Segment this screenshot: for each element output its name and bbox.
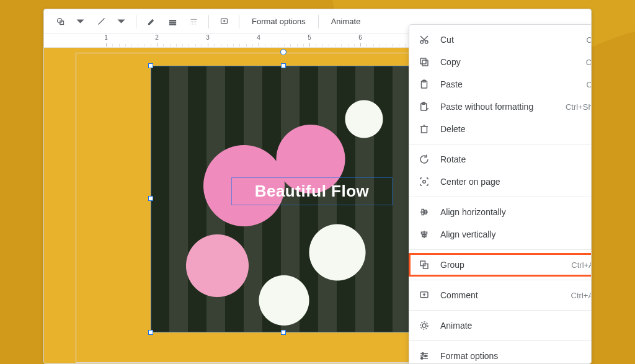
shape-tool-button[interactable]: [50, 13, 70, 30]
menu-item-delete[interactable]: Delete: [409, 118, 592, 140]
menu-item-align-vertically[interactable]: Align vertically: [409, 223, 592, 246]
group-icon: [418, 259, 430, 271]
menu-divider: [409, 280, 592, 280]
copy-icon: [418, 56, 430, 68]
menu-item-align-horizontally[interactable]: Align horizontally: [409, 201, 592, 223]
paste-icon: [418, 78, 430, 91]
edit-points-button[interactable]: [141, 13, 161, 30]
svg-rect-3: [169, 20, 175, 21]
align-h-icon: [418, 206, 430, 218]
svg-point-38: [422, 324, 426, 327]
menu-item-label: Align vertically: [440, 229, 592, 239]
menu-item-paste-without-formatting[interactable]: Paste without formattingCtrl+Shift+V: [409, 95, 592, 118]
menu-item-shortcut: Ctrl+Alt+G: [571, 260, 592, 270]
menu-item-label: Center on page: [440, 177, 592, 187]
ruler-tick: 1: [100, 34, 112, 41]
menu-item-label: Format options: [440, 351, 592, 361]
menu-item-center-on-page[interactable]: Center on page: [409, 171, 592, 193]
textbox-content: Beautiful Flow: [255, 182, 370, 201]
svg-rect-17: [420, 58, 426, 64]
menu-item-shortcut: Ctrl+Alt+M: [571, 291, 592, 300]
menu-item-shortcut: Ctrl+Shift+V: [566, 102, 592, 112]
menu-divider: [409, 340, 592, 341]
svg-rect-16: [422, 60, 428, 66]
menu-item-animate[interactable]: Animate: [409, 314, 592, 337]
align-v-icon: [418, 228, 430, 241]
rotate-icon: [418, 153, 430, 166]
menu-item-comment[interactable]: CommentCtrl+Alt+M: [409, 284, 592, 306]
svg-rect-5: [169, 24, 175, 25]
svg-point-26: [423, 180, 426, 184]
line-tool-dropdown-icon[interactable]: [111, 19, 131, 24]
menu-item-label: Align horizontally: [440, 207, 592, 217]
svg-point-39: [420, 322, 428, 329]
menu-item-shortcut: Ctrl+V: [587, 80, 592, 89]
rotate-handle[interactable]: [280, 49, 286, 55]
ruler-tick: 5: [303, 34, 316, 41]
svg-point-43: [422, 353, 424, 355]
border-weight-button[interactable]: [184, 13, 203, 30]
svg-rect-4: [169, 22, 175, 23]
shape-tool-dropdown-icon[interactable]: [70, 19, 90, 24]
ruler-tick: 3: [202, 34, 214, 41]
svg-rect-23: [422, 127, 427, 133]
format-options-button[interactable]: Format options: [244, 13, 313, 30]
menu-item-paste[interactable]: PasteCtrl+V: [409, 73, 592, 95]
svg-point-45: [421, 357, 423, 359]
menu-item-copy[interactable]: CopyCtrl+C: [409, 51, 592, 73]
menu-item-label: Group: [440, 260, 571, 270]
app-window: Format options Animate 123456 Beautiful …: [43, 9, 592, 364]
menu-item-label: Copy: [440, 57, 586, 67]
animate-icon: [418, 319, 430, 332]
menu-item-label: Animate: [440, 321, 592, 331]
line-tool-button[interactable]: [91, 13, 111, 30]
menu-divider: [409, 310, 592, 311]
context-menu: CutCtrl+XCopyCtrl+CPasteCtrl+VPaste with…: [409, 24, 592, 364]
toolbar-separator: [239, 15, 239, 29]
menu-item-label: Rotate: [440, 154, 592, 164]
menu-item-cut[interactable]: CutCtrl+X: [409, 29, 592, 51]
menu-item-group[interactable]: GroupCtrl+Alt+G: [409, 254, 592, 276]
menu-divider: [409, 249, 592, 250]
paste-nf-icon: [418, 100, 430, 113]
svg-line-2: [98, 19, 104, 25]
animate-button[interactable]: Animate: [324, 13, 368, 30]
menu-item-label: Paste: [440, 79, 587, 89]
ruler-tick: 6: [354, 34, 366, 41]
menu-item-label: Comment: [440, 290, 571, 300]
center-icon: [418, 175, 430, 188]
selected-textbox[interactable]: Beautiful Flow: [231, 177, 393, 205]
toolbar-separator: [318, 15, 319, 29]
menu-item-label: Cut: [440, 35, 587, 45]
comment-icon: [418, 289, 430, 301]
svg-point-44: [425, 355, 427, 357]
delete-icon: [418, 123, 430, 135]
cut-icon: [418, 33, 430, 46]
toolbar-separator: [136, 15, 136, 29]
format-icon: [418, 350, 430, 362]
ruler-tick: 4: [252, 34, 265, 41]
menu-divider: [409, 197, 592, 197]
comment-button[interactable]: [214, 13, 234, 30]
menu-item-label: Delete: [440, 124, 592, 134]
menu-item-rotate[interactable]: Rotate: [409, 148, 592, 171]
menu-divider: [409, 144, 592, 144]
toolbar-separator: [208, 15, 209, 29]
menu-item-format-options[interactable]: Format options: [409, 345, 592, 364]
menu-item-label: Paste without formatting: [440, 102, 566, 112]
menu-item-shortcut: Ctrl+C: [586, 58, 592, 67]
ruler-tick: 2: [151, 34, 163, 41]
border-color-button[interactable]: [162, 13, 182, 30]
menu-item-shortcut: Ctrl+X: [587, 35, 592, 45]
